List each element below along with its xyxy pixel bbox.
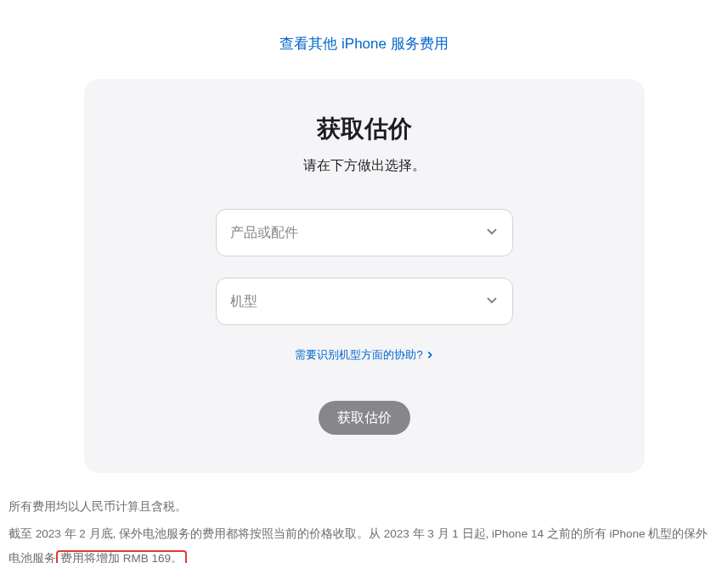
chevron-right-icon xyxy=(426,351,433,359)
identify-model-help-link[interactable]: 需要识别机型方面的协助? xyxy=(295,347,432,363)
card-subtitle: 请在下方做出选择。 xyxy=(135,157,594,175)
footer-notes: 所有费用均以人民币计算且含税。 截至 2023 年 2 月底, 保外电池服务的费… xyxy=(0,473,728,563)
estimate-card: 获取估价 请在下方做出选择。 产品或配件 机型 需要识别机型方面的协助? 获取估… xyxy=(84,79,645,473)
product-select[interactable]: 产品或配件 xyxy=(216,209,513,256)
model-select[interactable]: 机型 xyxy=(216,278,513,325)
footer-line-2: 截至 2023 年 2 月底, 保外电池服务的费用都将按照当前的价格收取。从 2… xyxy=(8,521,720,563)
footer-line-1: 所有费用均以人民币计算且含税。 xyxy=(8,494,720,520)
price-increase-highlight: 费用将增加 RMB 169。 xyxy=(56,550,187,563)
help-link-label: 需要识别机型方面的协助? xyxy=(295,347,422,363)
get-estimate-button[interactable]: 获取估价 xyxy=(319,401,410,435)
card-title: 获取估价 xyxy=(135,113,594,145)
other-service-fees-link[interactable]: 查看其他 iPhone 服务费用 xyxy=(279,36,448,52)
